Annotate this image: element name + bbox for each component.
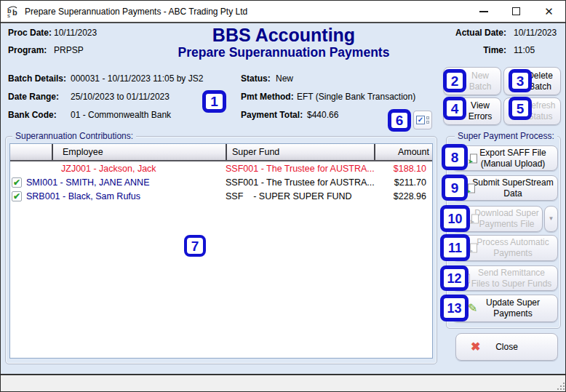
payment-total-value: $440.66 bbox=[307, 110, 338, 120]
annotation-badge-11: 11 bbox=[440, 234, 470, 261]
employee-cell: SMI001 - SMITH, JANE ANNE bbox=[26, 177, 149, 188]
close-window-button[interactable]: ✕ bbox=[533, 1, 565, 22]
minimize-icon bbox=[479, 11, 488, 12]
row-checkbox[interactable]: ✔ bbox=[12, 191, 22, 201]
annotation-badge-6: 6 bbox=[388, 109, 411, 132]
annotation-badge-5: 5 bbox=[509, 97, 532, 120]
annotation-badge-3: 3 bbox=[509, 69, 532, 92]
column-header-select[interactable] bbox=[10, 144, 52, 160]
table-row[interactable]: ✔ SMI001 - SMITH, JANE ANNE SSF001 - The… bbox=[10, 175, 432, 189]
table-row[interactable]: ✔ SRB001 - Black, Sam Rufus SSF - SUPER … bbox=[10, 189, 432, 203]
bank-code-label: Bank Code: bbox=[8, 110, 57, 120]
bank-code-value: 01 - Commonwealth Bank bbox=[71, 110, 171, 120]
row-checkbox[interactable]: ✔ bbox=[12, 177, 22, 188]
time-label: Time: bbox=[437, 45, 506, 55]
employee-cell: SRB001 - Black, Sam Rufus bbox=[26, 191, 140, 201]
download-options-dropdown-button[interactable]: ▼ bbox=[544, 206, 558, 232]
close-button[interactable]: ✖ Close bbox=[455, 333, 558, 361]
title-bar: b s b Prepare Superannuation Payments - … bbox=[1, 1, 565, 23]
contributions-group-label: Superannuation Contributions: bbox=[12, 131, 136, 141]
app-title: BBS Accounting bbox=[160, 25, 407, 46]
submit-data-icon: ➤ bbox=[468, 183, 475, 193]
annotation-badge-10: 10 bbox=[440, 205, 470, 232]
super-fund-cell: SSF001 - The Trustee for AUSTRA... bbox=[226, 164, 378, 174]
amount-cell: $211.70 bbox=[378, 177, 432, 188]
app-window: b s b Prepare Superannuation Payments - … bbox=[0, 0, 566, 392]
date-range-value: 25/10/2023 to 01/11/2023 bbox=[71, 92, 170, 102]
annotation-badge-4: 4 bbox=[443, 97, 466, 120]
batch-details-value: 000031 - 10/11/2023 11:05 by JS2 bbox=[71, 73, 203, 84]
employee-cell: JZJ001 - Jackson, Jack bbox=[61, 164, 156, 174]
svg-text:b: b bbox=[12, 8, 17, 17]
close-icon: ✕ bbox=[544, 6, 554, 17]
annotation-badge-13: 13 bbox=[440, 295, 469, 321]
close-x-icon: ✖ bbox=[471, 341, 480, 353]
proc-date-label: Proc Date: bbox=[8, 28, 52, 38]
proc-date-value: 10/11/2023 bbox=[54, 28, 97, 38]
annotation-badge-8: 8 bbox=[442, 144, 468, 170]
list-dots-icon bbox=[426, 116, 429, 124]
app-logo-icon: b s b bbox=[7, 5, 20, 18]
super-fund-cell: SSF - SUPER SUPER FUND bbox=[226, 191, 378, 201]
annotation-badge-1: 1 bbox=[202, 90, 226, 113]
chevron-down-icon: ▼ bbox=[549, 215, 554, 223]
amount-cell: $188.10 bbox=[378, 164, 432, 174]
minimize-button[interactable] bbox=[467, 1, 500, 22]
pencil-icon: ✎ bbox=[468, 303, 477, 314]
export-file-icon: ➤ bbox=[470, 153, 477, 163]
column-header-employee[interactable]: Employee bbox=[52, 144, 226, 160]
svg-text:s: s bbox=[7, 12, 10, 18]
process-group-label: Super Payment Process: bbox=[455, 131, 557, 141]
grid-header: Employee Super Fund Amount bbox=[10, 144, 432, 161]
actual-date-label: Actual Date: bbox=[437, 28, 506, 38]
annotation-badge-9: 9 bbox=[442, 175, 468, 201]
process-payments-icon: ➤ bbox=[470, 244, 477, 253]
table-row[interactable]: JZJ001 - Jackson, Jack SSF001 - The Trus… bbox=[10, 161, 432, 175]
checkbox-icon: ✓ bbox=[416, 116, 425, 124]
column-header-super-fund[interactable]: Super Fund bbox=[226, 144, 374, 160]
status-value: New bbox=[276, 73, 293, 84]
time-value: 11:05 bbox=[514, 45, 535, 55]
annotation-badge-12: 12 bbox=[440, 265, 469, 291]
maximize-icon bbox=[512, 7, 520, 15]
annotation-badge-7: 7 bbox=[184, 235, 206, 257]
pmt-method-value: EFT (Single Bank Transaction) bbox=[297, 92, 415, 102]
payment-total-label: Payment Total: bbox=[241, 110, 303, 120]
amount-cell: $228.96 bbox=[378, 191, 432, 201]
pmt-method-label: Pmt Method: bbox=[241, 92, 294, 102]
screen-title: Prepare Superannuation Payments bbox=[131, 45, 437, 60]
super-fund-cell: SSF001 - The Trustee for AUSTRA... bbox=[226, 177, 378, 188]
window-title: Prepare Superannuation Payments - ABC Tr… bbox=[25, 7, 247, 17]
actual-date-value: 10/11/2023 bbox=[514, 28, 557, 38]
batch-details-label: Batch Details: bbox=[8, 73, 66, 84]
program-value: PRPSP bbox=[54, 45, 84, 55]
toggle-all-contributions-button[interactable]: ✓ bbox=[413, 111, 432, 129]
download-file-icon: ➤ bbox=[471, 215, 479, 224]
column-header-amount[interactable]: Amount bbox=[374, 144, 432, 160]
status-label: Status: bbox=[241, 73, 271, 84]
annotation-badge-2: 2 bbox=[443, 69, 466, 92]
contributions-grid: Employee Super Fund Amount JZJ001 - Jack… bbox=[9, 143, 433, 359]
resize-grip[interactable] bbox=[557, 383, 565, 390]
date-range-label: Date Range: bbox=[8, 92, 59, 102]
maximize-button[interactable] bbox=[500, 1, 533, 22]
status-bar bbox=[1, 374, 566, 392]
program-label: Program: bbox=[8, 45, 47, 55]
